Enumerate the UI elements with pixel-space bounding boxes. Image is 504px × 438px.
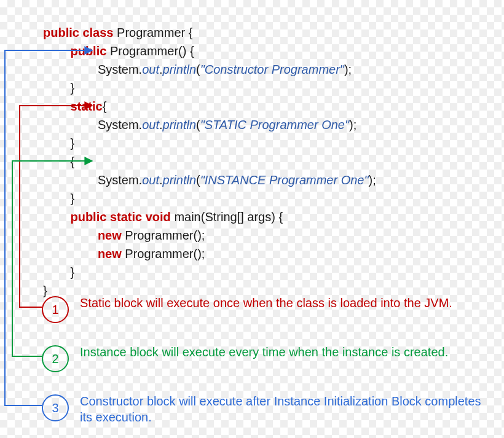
code-block: public class Programmer { public Program… bbox=[43, 5, 376, 318]
legend-badge-3: 3 bbox=[42, 394, 69, 421]
code-line-2: public Programmer() { bbox=[43, 44, 194, 58]
code-line-7: } bbox=[43, 136, 74, 150]
legend-text-3: Constructor block will execute after Ins… bbox=[80, 393, 484, 425]
code-line-3: System.out.println("Constructor Programm… bbox=[43, 63, 352, 76]
legend-item-1: 1 Static block will execute once when th… bbox=[42, 295, 484, 323]
code-line-1: public class Programmer { bbox=[43, 26, 192, 39]
code-line-6: System.out.println("STATIC Programmer On… bbox=[43, 118, 356, 131]
diagram-stage: public class Programmer { public Program… bbox=[0, 0, 504, 438]
legend-number-3: 3 bbox=[52, 401, 58, 415]
legend-text-1: Static block will execute once when the … bbox=[80, 295, 484, 311]
code-line-10: } bbox=[43, 192, 74, 205]
code-line-13: new Programmer(); bbox=[43, 247, 205, 260]
legend-badge-1: 1 bbox=[42, 296, 69, 323]
code-line-11: public static void main(String[] args) { bbox=[43, 210, 283, 224]
code-line-9: System.out.println("INSTANCE Programmer … bbox=[43, 173, 376, 187]
legend-number-2: 2 bbox=[52, 352, 58, 366]
legend-number-1: 1 bbox=[52, 303, 58, 317]
code-line-14: } bbox=[43, 265, 74, 279]
code-line-5: static{ bbox=[43, 100, 106, 113]
code-line-8: { bbox=[43, 155, 74, 168]
code-line-12: new Programmer(); bbox=[43, 229, 205, 242]
code-line-4: } bbox=[43, 81, 74, 95]
legend-item-3: 3 Constructor block will execute after I… bbox=[42, 393, 484, 425]
legend-item-2: 2 Instance block will execute every time… bbox=[42, 344, 484, 372]
legend-badge-2: 2 bbox=[42, 345, 69, 372]
legend-text-2: Instance block will execute every time w… bbox=[80, 344, 484, 360]
